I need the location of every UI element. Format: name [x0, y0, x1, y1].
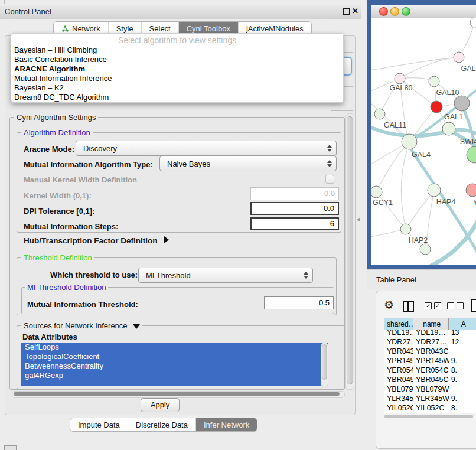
mi-steps-field[interactable]: 6 [250, 217, 339, 230]
algorithm-definition-legend: Algorithm Definition [21, 128, 93, 137]
bottom-tab-discretize-data[interactable]: Discretize Data [128, 418, 195, 431]
table-row[interactable]: YIL052CYIL052C8. [384, 403, 476, 413]
aracne-mode-label: Aracne Mode: [24, 145, 74, 154]
table-row[interactable]: YPR145WYPR145W9. [384, 356, 476, 366]
network-node[interactable] [371, 186, 382, 198]
table-cell: 9. [449, 356, 476, 366]
table-cell: 13 [449, 328, 476, 337]
aracne-mode-value: Discovery [76, 144, 323, 153]
table-cell: YDR27… [413, 337, 449, 347]
tab-label: jActiveMNodules [246, 24, 304, 33]
table-cell: YBL079W [413, 384, 449, 394]
network-node-label: HAP2 [409, 236, 428, 244]
table-cell [449, 347, 476, 356]
apply-button[interactable]: Apply [141, 398, 180, 412]
hub-expander-label: Hub/Transcription Factor Definition [24, 236, 158, 245]
cyni-bottom-tab-bar: Impute DataDiscretize DataInfer Network [70, 418, 257, 432]
expanded-arrow-icon [133, 324, 140, 329]
network-node[interactable] [402, 134, 417, 149]
table-row[interactable]: YBL079WYBL079W [384, 384, 476, 394]
combo-stepper-icon [299, 272, 312, 279]
network-node[interactable] [428, 184, 441, 197]
table-row[interactable]: YBR043CYBR043C [384, 347, 476, 356]
manual-kernel-checkbox[interactable] [325, 175, 334, 184]
table-cell: YER054C [384, 366, 413, 375]
table-cell: YLR345W [413, 394, 449, 403]
algorithm-option[interactable]: Mutual Information Inference [11, 74, 343, 83]
network-window-titlebar[interactable] [371, 5, 476, 18]
float-window-icon[interactable] [343, 8, 350, 15]
close-traffic-light-icon[interactable] [379, 7, 388, 16]
kernel-width-label: Kernel Width (0,1): [24, 191, 92, 200]
bottom-tab-impute-data[interactable]: Impute Data [70, 418, 128, 431]
tab-label: Cyni Toolbox [187, 24, 230, 33]
network-node[interactable] [420, 244, 431, 255]
network-node[interactable] [470, 18, 476, 27]
aracne-mode-combo[interactable]: Discovery [76, 141, 337, 156]
network-canvas[interactable]: GALGAL80GAL10GAL1GAL11SWI4GAL4GCY1HAP4YH… [371, 18, 476, 265]
network-node[interactable] [431, 101, 442, 113]
zoom-traffic-light-icon[interactable] [402, 7, 410, 16]
network-node[interactable] [442, 122, 455, 135]
hub-expander[interactable]: Hub/Transcription Factor Definition [24, 236, 169, 245]
table-row[interactable]: YDL19…YDL19…13 [384, 328, 476, 337]
network-edge-highlighted [426, 217, 476, 265]
algorithm-option[interactable]: Basic Correlation Inference [11, 55, 343, 64]
data-attribute-item[interactable]: BetweennessCentrality [21, 361, 328, 371]
network-node[interactable] [467, 146, 476, 163]
two-column-view-icon[interactable] [403, 301, 414, 312]
sources-expander[interactable]: Sources for Network Inference [21, 321, 142, 330]
data-attribute-item[interactable]: TopologicalCoefficient [21, 352, 328, 361]
settings-horizontal-scrollbar[interactable] [12, 391, 345, 398]
dpi-tolerance-field[interactable]: 0.0 [250, 202, 339, 215]
mi-threshold-field[interactable]: 0.5 [264, 296, 334, 309]
attributes-scrollbar[interactable] [321, 343, 328, 387]
algorithm-option[interactable]: Bayesian – Hill Climbing [11, 45, 343, 55]
network-node[interactable] [374, 109, 385, 119]
window-edge-tick [4, 0, 5, 4]
network-node-label: SWI4 [460, 138, 476, 146]
select-all-columns-icon[interactable]: ✓✓ [425, 302, 441, 309]
data-attribute-item[interactable]: SelfLoops [21, 343, 328, 352]
algorithm-option[interactable]: ARACNE Algorithm [11, 64, 343, 74]
which-threshold-combo[interactable]: MI Threshold [138, 268, 313, 283]
mi-threshold-legend: MI Threshold Definition [25, 283, 108, 292]
table-horizontal-scrollbar[interactable] [384, 414, 476, 419]
settings-gear-icon[interactable]: ⚙ [384, 299, 394, 312]
table-row[interactable]: YDR27…YDR27…12 [384, 337, 476, 347]
table-row[interactable]: YER054CYER054C8. [384, 366, 476, 375]
network-node[interactable] [454, 96, 470, 111]
network-node-label: GAL [461, 64, 475, 73]
sources-legend: Sources for Network Inference [24, 321, 128, 330]
network-node[interactable] [429, 76, 439, 87]
settings-vertical-scrollbar[interactable] [345, 113, 354, 390]
minimize-traffic-light-icon[interactable] [390, 7, 399, 16]
node-table: shared…nameA YDL19…YDL19…13YDR27…YDR27…1… [384, 318, 476, 413]
corner-widget [4, 445, 17, 450]
bottom-tab-infer-network[interactable]: Infer Network [195, 418, 257, 431]
panel-splitter-handle[interactable] [357, 217, 360, 222]
network-node[interactable] [454, 52, 464, 63]
network-node[interactable] [395, 73, 405, 84]
table-row[interactable]: YLR345WYLR345W9. [384, 394, 476, 403]
dpi-tolerance-label: DPI Tolerance [0,1]: [24, 207, 94, 216]
table-row[interactable]: YBR045CYBR045C9. [384, 375, 476, 384]
mi-type-combo[interactable]: Naive Bayes [159, 156, 337, 171]
mi-threshold-label: Mutual Information Threshold: [27, 300, 138, 309]
network-node[interactable] [400, 224, 411, 234]
algorithm-option[interactable]: Bayesian – K2 [11, 83, 343, 93]
table-cell: YDR27… [384, 337, 413, 347]
kernel-width-field[interactable]: 0.0 [250, 187, 339, 200]
algorithm-option[interactable]: Dream8 DC_TDC Algorithm [11, 93, 343, 102]
table-panel-titlebar: Table Panel [367, 269, 476, 289]
combo-stepper-icon [323, 145, 336, 152]
network-node[interactable] [466, 184, 476, 197]
new-table-icon[interactable] [471, 299, 476, 312]
data-attribute-item[interactable]: gal4RGexp [21, 371, 328, 380]
tab-label: Network [72, 24, 100, 33]
deselect-all-columns-icon[interactable] [447, 302, 464, 309]
which-threshold-value: MI Threshold [139, 271, 299, 280]
table-cell: YLR345W [384, 394, 413, 403]
network-node-label: GAL1 [444, 113, 463, 121]
close-icon[interactable]: ✕ [352, 6, 358, 15]
